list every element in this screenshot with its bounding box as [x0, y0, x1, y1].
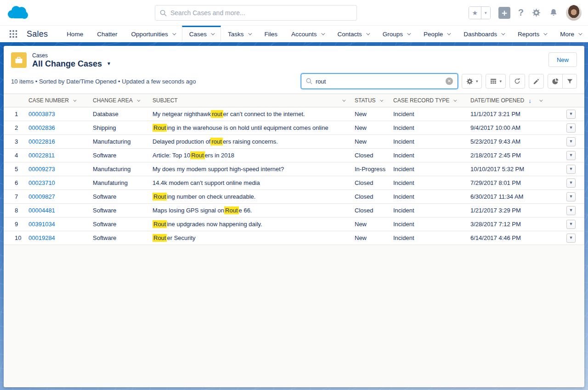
app-navbar: Sales Home Chatter Opportunities Cases T…	[0, 26, 588, 42]
row-actions-button[interactable]: ▼	[566, 178, 576, 188]
table-row[interactable]: 10 00019284 Software Router Security New…	[4, 231, 584, 245]
setup-button[interactable]	[531, 8, 541, 17]
list-search-input[interactable]	[316, 78, 446, 85]
chevron-down-icon[interactable]	[342, 98, 345, 101]
global-search-input[interactable]	[170, 9, 352, 17]
search-highlight: Rout	[153, 234, 167, 242]
row-number: 1	[4, 111, 25, 117]
notifications-button[interactable]	[549, 8, 558, 17]
row-actions-button[interactable]: ▼	[566, 192, 576, 201]
chevron-down-icon[interactable]	[380, 98, 383, 101]
edit-button[interactable]	[529, 74, 544, 89]
sort-descending-icon: ↓	[528, 97, 531, 104]
opened-cell: 10/10/2017 5:32 PM	[467, 166, 558, 173]
case-number-link[interactable]: 00023710	[28, 179, 55, 186]
row-actions-button[interactable]: ▼	[566, 234, 576, 243]
column-header-case-number[interactable]: CASE NUMBER	[25, 97, 89, 104]
caret-down-icon: ▼	[569, 112, 573, 116]
row-actions-button[interactable]: ▼	[566, 151, 576, 160]
column-header-date-time-opened[interactable]: DATE/TIME OPENED ↓	[467, 97, 558, 104]
nav-item-label: Dashboards	[464, 31, 497, 38]
chevron-down-icon[interactable]	[137, 98, 140, 101]
row-actions-button[interactable]: ▼	[566, 110, 576, 119]
nav-item-files[interactable]: Files	[258, 26, 285, 42]
row-number: 10	[4, 234, 25, 241]
search-highlight: Rout	[153, 124, 167, 132]
column-header-status[interactable]: STATUS	[351, 97, 390, 104]
case-number-link[interactable]: 00022816	[28, 138, 55, 145]
status-cell: New	[351, 111, 390, 117]
table-row[interactable]: 4 00022811 Software Article: Top 10 Rout…	[4, 149, 584, 162]
column-header-case-record-type[interactable]: CASE RECORD TYPE	[390, 97, 467, 104]
table-row[interactable]: 1 00003873 Database My netgear nighthawk…	[4, 107, 584, 121]
help-button[interactable]: ?	[518, 7, 524, 18]
table-row[interactable]: 5 00009273 Manufacturing My does my mode…	[4, 162, 584, 176]
clear-search-icon[interactable]: ✕	[446, 78, 453, 85]
nav-item-tasks[interactable]: Tasks	[221, 26, 258, 42]
list-view-selector[interactable]: All Change Cases ▼	[32, 59, 111, 69]
nav-item-label: Groups	[383, 31, 403, 38]
table-row[interactable]: 8 00004481 Software Maps losing GPS sign…	[4, 204, 584, 217]
case-number-link[interactable]: 00391034	[28, 221, 55, 228]
chart-filter-button-group	[548, 74, 577, 89]
row-actions-button[interactable]: ▼	[566, 206, 576, 215]
refresh-button[interactable]	[509, 74, 525, 89]
charts-button[interactable]	[548, 74, 562, 88]
new-button[interactable]: New	[548, 52, 577, 67]
chevron-down-icon[interactable]	[454, 98, 457, 101]
nav-item-home[interactable]: Home	[60, 26, 90, 42]
row-number: 2	[4, 124, 25, 131]
app-launcher-icon[interactable]	[8, 28, 18, 39]
nav-item-reports[interactable]: Reports	[511, 26, 553, 42]
caret-down-icon: ▼	[569, 195, 573, 199]
row-actions-button[interactable]: ▼	[566, 123, 576, 133]
display-as-button[interactable]: ▾	[486, 74, 506, 89]
column-header-change-area[interactable]: CHANGE AREA	[89, 97, 149, 104]
nav-item-more[interactable]: More	[553, 26, 588, 42]
table-row[interactable]: 9 00391034 Software Routine updgrades no…	[4, 217, 584, 231]
case-number-link[interactable]: 00004481	[28, 207, 55, 214]
row-actions-button[interactable]: ▼	[566, 165, 576, 174]
case-number-link[interactable]: 00003873	[28, 111, 55, 117]
global-header: ★ ▾ ＋ ?	[0, 0, 588, 26]
nav-item-groups[interactable]: Groups	[376, 26, 417, 42]
nav-item-label: Cases	[189, 31, 207, 38]
nav-item-label: More	[560, 31, 574, 38]
case-number-link[interactable]: 00009827	[28, 193, 55, 200]
filter-button[interactable]	[562, 74, 577, 88]
case-number-link[interactable]: 00002836	[28, 124, 55, 131]
chevron-down-icon[interactable]	[73, 98, 76, 101]
nav-item-people[interactable]: People	[417, 26, 457, 42]
user-avatar[interactable]	[566, 5, 582, 21]
chevron-down-icon	[366, 31, 370, 35]
row-actions-button[interactable]: ▼	[566, 220, 576, 229]
case-number-link[interactable]: 00009273	[28, 166, 55, 173]
table-row[interactable]: 2 00002836 Shipping Routing in the wareh…	[4, 121, 584, 135]
global-add-button[interactable]: ＋	[498, 7, 510, 19]
table-header-row: CASE NUMBER CHANGE AREA SUBJECT STATUS C…	[4, 94, 584, 107]
chevron-down-icon[interactable]	[539, 98, 543, 101]
nav-item-contacts[interactable]: Contacts	[331, 26, 376, 42]
subject-cell: Article: Top 10 Routers in 2018	[149, 151, 351, 159]
favorites-caret-icon[interactable]: ▾	[481, 7, 490, 19]
column-header-subject[interactable]: SUBJECT	[149, 97, 351, 104]
table-row[interactable]: 6 00023710 Manufaturing 14.4k modem can'…	[4, 176, 584, 190]
case-number-link[interactable]: 00022811	[28, 152, 55, 159]
nav-item-opportunities[interactable]: Opportunities	[124, 26, 181, 42]
nav-item-label: Home	[67, 31, 83, 38]
nav-item-chatter[interactable]: Chatter	[90, 26, 124, 42]
opened-cell: 7/29/2017 8:01 PM	[467, 179, 558, 186]
nav-item-dashboards[interactable]: Dashboards	[457, 26, 511, 42]
table-row[interactable]: 7 00009827 Software Routing number on ch…	[4, 190, 584, 204]
nav-item-cases[interactable]: Cases	[182, 26, 221, 42]
row-actions-button[interactable]: ▼	[566, 137, 576, 146]
favorites-star-icon[interactable]: ★	[469, 7, 481, 19]
nav-item-accounts[interactable]: Accounts	[284, 26, 331, 42]
record-type-cell: Incident	[390, 138, 467, 145]
nav-item-label: Contacts	[338, 31, 362, 38]
table-row[interactable]: 3 00022816 Manufacturing Delayed product…	[4, 135, 584, 149]
nav-item-label: Files	[265, 31, 278, 38]
list-settings-button[interactable]: ▾	[462, 74, 482, 89]
case-number-link[interactable]: 00019284	[28, 234, 55, 241]
change-area-cell: Software	[89, 221, 149, 228]
